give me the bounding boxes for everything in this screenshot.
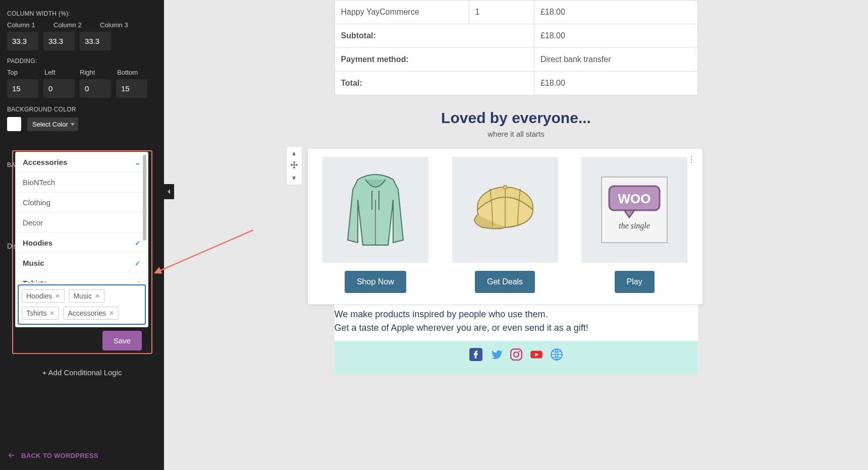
pad-right-input[interactable]: [80, 79, 111, 98]
color-swatch[interactable]: [7, 117, 21, 131]
dropdown-scrollbar[interactable]: [143, 155, 146, 241]
svg-rect-11: [511, 349, 522, 360]
svg-point-13: [518, 351, 520, 352]
payment-label: Payment method:: [335, 48, 534, 72]
product-column-3: WOO the single Play: [577, 157, 692, 293]
save-button[interactable]: Save: [102, 331, 142, 350]
promo-line2: Get a taste of Apple wherever you are, o…: [335, 321, 698, 335]
dropdown-item-accessories[interactable]: Accessories⌄: [16, 152, 148, 172]
padding-label: PADDING:: [7, 57, 157, 65]
column-width-label: COLUMN WIDTH (%):: [7, 10, 157, 17]
truncated-ba-label: BA: [7, 161, 15, 168]
tag-tshirts[interactable]: Tshirts✕: [22, 307, 59, 320]
table-row: Subtotal: £18.00: [335, 24, 697, 48]
col1-input[interactable]: [7, 32, 38, 50]
block-float-controls: ▲ ▼: [286, 146, 302, 185]
tag-label: Accessories: [68, 309, 105, 317]
dropdown-item-label: Decor: [23, 218, 43, 227]
promo-line1: We make products inspired by people who …: [335, 308, 698, 321]
pad-top-input[interactable]: [7, 79, 38, 98]
shop-now-button[interactable]: Shop Now: [345, 271, 406, 293]
dropdown-item-label: Tshirts: [23, 279, 47, 282]
twitter-icon[interactable]: [490, 348, 503, 361]
dropdown-item-decor[interactable]: Decor✓: [16, 213, 148, 233]
col2-input[interactable]: [43, 32, 75, 50]
arrow-left-icon: [7, 451, 16, 460]
svg-text:the single: the single: [619, 221, 650, 230]
move-up-icon[interactable]: ▲: [291, 150, 297, 157]
globe-icon[interactable]: [550, 348, 563, 361]
subtotal-label: Subtotal:: [335, 24, 534, 48]
pad-left-label: Left: [44, 69, 74, 76]
cell-product: Happy YayCommerce: [335, 1, 469, 24]
svg-text:WOO: WOO: [618, 191, 651, 206]
block-menu-icon[interactable]: ⋮: [687, 155, 695, 164]
hoodie-icon: [338, 169, 413, 250]
tag-remove-icon[interactable]: ✕: [55, 292, 60, 300]
select-color-button[interactable]: Select Color: [27, 118, 78, 131]
play-button[interactable]: Play: [615, 271, 655, 293]
youtube-icon[interactable]: [530, 348, 543, 361]
tag-remove-icon[interactable]: ✕: [95, 292, 100, 300]
pad-bottom-input[interactable]: [116, 79, 147, 98]
product-image-cap: [452, 157, 558, 263]
subtotal-value: £18.00: [534, 24, 697, 48]
drag-handle-icon[interactable]: [290, 161, 298, 170]
dropdown-item-label: BioNTech: [23, 178, 55, 187]
tag-hoodies[interactable]: Hoodies✕: [22, 289, 65, 303]
dropdown-item-music[interactable]: Music✓: [16, 253, 148, 273]
facebook-icon[interactable]: [469, 348, 482, 361]
col3-label: Column 3: [100, 21, 134, 29]
bg-color-label: BACKGROUND COLOR: [7, 106, 157, 113]
settings-sidebar: COLUMN WIDTH (%): Column 1 Column 2 Colu…: [0, 0, 164, 470]
get-deals-button[interactable]: Get Deals: [475, 271, 535, 293]
order-summary-table: Happy YayCommerce 1 £18.00 Subtotal: £18…: [335, 0, 698, 95]
selected-tags[interactable]: Hoodies✕ Music✕ Tshirts✕ Accessories✕: [18, 284, 146, 325]
tag-label: Tshirts: [26, 309, 46, 317]
payment-value: Direct bank transfer: [534, 48, 697, 72]
dropdown-item-clothing[interactable]: Clothing✓: [16, 193, 148, 213]
table-row: Total: £18.00: [335, 72, 697, 95]
dropdown-item-hoodies[interactable]: Hoodies✓: [16, 233, 148, 253]
cell-price: £18.00: [534, 1, 697, 24]
add-conditional-logic-link[interactable]: + Add Conditional Logic: [0, 368, 164, 377]
product-image-hoodie: [322, 157, 428, 263]
tag-music[interactable]: Music✕: [69, 289, 104, 303]
move-down-icon[interactable]: ▼: [291, 174, 297, 182]
social-icons-bar: [335, 341, 698, 374]
col2-label: Column 2: [53, 21, 88, 29]
total-value: £18.00: [534, 72, 697, 95]
instagram-icon[interactable]: [510, 348, 523, 361]
back-label: BACK TO WORDPRESS: [21, 452, 98, 459]
dropdown-item-biontech[interactable]: BioNTech✓: [16, 172, 148, 193]
table-row: Happy YayCommerce 1 £18.00: [335, 1, 697, 24]
col1-label: Column 1: [7, 21, 41, 29]
tag-remove-icon[interactable]: ✕: [49, 310, 55, 317]
check-icon: ✓: [135, 279, 141, 283]
pad-left-input[interactable]: [43, 79, 75, 98]
tag-accessories[interactable]: Accessories✕: [63, 307, 118, 320]
dropdown-item-tshirts[interactable]: Tshirts✓: [16, 273, 148, 282]
dropdown-item-label: Music: [23, 259, 44, 267]
tag-label: Music: [73, 292, 92, 300]
total-label: Total:: [335, 72, 534, 95]
cell-qty: 1: [469, 1, 534, 24]
woo-album-icon: WOO the single: [596, 172, 672, 248]
tag-remove-icon[interactable]: ✕: [109, 310, 114, 317]
check-icon: ✓: [135, 239, 141, 247]
collapse-sidebar-button[interactable]: [164, 184, 174, 199]
back-to-wordpress-link[interactable]: BACK TO WORDPRESS: [7, 451, 98, 460]
col3-input[interactable]: [80, 32, 111, 50]
dropdown-item-label: Accessories: [23, 158, 67, 166]
pad-top-label: Top: [7, 69, 38, 76]
table-row: Payment method: Direct bank transfer: [335, 48, 697, 72]
product-columns-block[interactable]: ⋮ Shop Now: [307, 148, 703, 305]
product-image-woo: WOO the single: [581, 157, 687, 263]
promo-text-block: We make products inspired by people who …: [335, 305, 698, 341]
email-preview-canvas: Happy YayCommerce 1 £18.00 Subtotal: £18…: [164, 0, 868, 470]
svg-point-5: [503, 185, 507, 189]
cap-icon: [467, 180, 543, 240]
category-dropdown[interactable]: Accessories⌄ BioNTech✓ Clothing✓ Decor✓ …: [15, 152, 148, 327]
loved-subheading: where it all starts: [335, 130, 698, 138]
pad-bottom-label: Bottom: [117, 69, 146, 76]
